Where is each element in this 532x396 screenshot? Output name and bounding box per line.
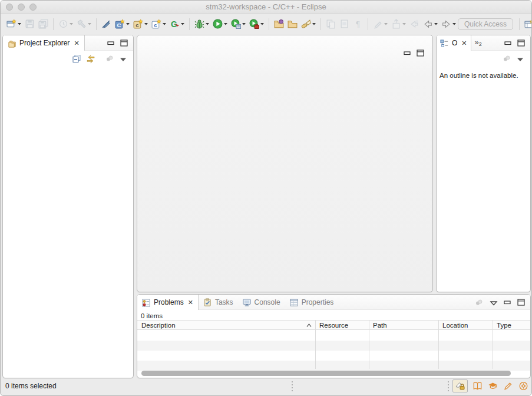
toolbar-separator	[320, 18, 321, 30]
dropdown-arrow-icon	[88, 22, 91, 25]
chevron-more-icon: »	[475, 38, 479, 47]
table-row[interactable]	[137, 331, 530, 341]
tutorials-button[interactable]	[487, 381, 498, 391]
view-menu-dots-icon[interactable]	[502, 54, 511, 63]
minimize-view-icon[interactable]	[504, 299, 511, 306]
hidden-tabs-indicator[interactable]: »2	[471, 35, 484, 50]
whats-new-button[interactable]	[517, 381, 529, 391]
collapse-all-icon[interactable]	[72, 54, 81, 63]
folder-purple-icon	[274, 19, 284, 29]
new-c-project-icon: C	[115, 19, 125, 29]
run-button[interactable]	[211, 16, 229, 32]
tab-project-explorer[interactable]: Project Explorer ✕	[3, 35, 85, 51]
save-button	[23, 16, 37, 32]
link-with-editor-icon[interactable]	[86, 54, 95, 63]
search-button[interactable]	[299, 16, 318, 32]
bug-icon	[194, 19, 204, 29]
dropdown-arrow-icon[interactable]	[452, 22, 456, 25]
view-menu-chevron-icon[interactable]	[490, 298, 498, 306]
close-icon[interactable]: ✕	[188, 299, 193, 306]
dropdown-arrow-icon[interactable]	[242, 22, 246, 25]
main-toolbar: C c c G	[1, 14, 531, 34]
open-perspective-icon	[524, 19, 532, 29]
run-configurations-button[interactable]	[229, 16, 247, 32]
new-source-file-button[interactable]: c	[150, 16, 168, 32]
dropdown-arrow-icon[interactable]	[163, 22, 166, 25]
build-button	[75, 16, 93, 32]
dropdown-arrow-icon[interactable]	[206, 22, 209, 25]
dropdown-arrow-icon[interactable]	[181, 22, 184, 25]
tab-properties[interactable]: Properties	[285, 295, 339, 309]
green-g-button[interactable]: G	[168, 16, 186, 32]
dropdown-arrow-icon[interactable]	[312, 22, 316, 25]
project-explorer-tree[interactable]	[3, 66, 133, 378]
column-divider[interactable]	[438, 320, 439, 369]
tab-tasks[interactable]: Tasks	[199, 295, 238, 309]
minimize-view-icon[interactable]	[107, 39, 115, 47]
minimize-view-icon[interactable]	[404, 50, 411, 57]
column-header-description[interactable]: Description	[137, 321, 176, 331]
dropdown-arrow-icon	[70, 22, 73, 25]
maximize-view-icon[interactable]	[517, 299, 525, 306]
editor-area[interactable]	[137, 35, 433, 292]
trim-drag-handle[interactable]	[448, 381, 449, 391]
samples-button[interactable]	[502, 381, 514, 391]
toolbar-separator	[189, 18, 190, 30]
pencil-icon	[503, 381, 513, 391]
view-menu-dots-icon[interactable]	[105, 54, 114, 63]
view-menu-chevron-icon[interactable]	[516, 54, 524, 62]
tab-console[interactable]: Console	[238, 295, 285, 309]
column-divider[interactable]	[315, 320, 316, 369]
problems-table-header: Description Resource Path Location Type	[137, 320, 530, 330]
open-perspective-button[interactable]	[523, 16, 532, 32]
column-header-location[interactable]: Location	[438, 321, 468, 331]
column-divider[interactable]	[493, 320, 493, 369]
maximize-view-icon[interactable]	[517, 39, 525, 47]
column-divider[interactable]	[369, 320, 369, 369]
quick-access-input[interactable]	[458, 18, 513, 30]
horizontal-scrollbar-thumb[interactable]	[141, 371, 511, 376]
dropdown-arrow-icon[interactable]	[144, 22, 148, 25]
minimize-view-icon[interactable]	[504, 39, 512, 47]
go-to-workbench-button[interactable]	[452, 380, 468, 392]
mark-occurrences-button[interactable]	[100, 16, 113, 32]
maximize-view-icon[interactable]	[417, 50, 424, 57]
trim-drag-handle[interactable]	[292, 381, 293, 391]
dropdown-arrow-icon[interactable]	[434, 22, 438, 25]
open-folder-button[interactable]	[286, 16, 299, 32]
column-header-path[interactable]: Path	[369, 321, 387, 331]
view-menu-chevron-icon[interactable]	[119, 54, 127, 62]
close-icon[interactable]: ✕	[74, 40, 79, 47]
debug-button[interactable]	[193, 16, 211, 32]
run-toolbox-icon	[249, 19, 259, 29]
pen-icon	[373, 19, 383, 29]
maximize-view-icon[interactable]	[120, 39, 128, 47]
dropdown-arrow-icon[interactable]	[224, 22, 227, 25]
tab-label: Properties	[302, 298, 334, 306]
external-tools-button[interactable]	[247, 16, 266, 32]
new-c-class-button[interactable]: c	[131, 16, 150, 32]
load-project-button[interactable]	[272, 16, 286, 32]
table-row[interactable]	[137, 341, 530, 351]
table-row[interactable]	[137, 361, 530, 371]
new-c-project-button[interactable]: C	[113, 16, 131, 32]
overview-button[interactable]	[471, 381, 483, 391]
tab-outline[interactable]: O ✕	[437, 35, 471, 51]
dropdown-arrow-icon[interactable]	[18, 22, 21, 25]
tab-problems[interactable]: Problems ✕	[137, 295, 199, 310]
forward-arrow-icon	[441, 19, 451, 29]
editor-window-buttons	[404, 50, 429, 57]
view-menu-dots-icon[interactable]	[474, 298, 484, 307]
new-wizard-icon	[6, 19, 16, 29]
close-icon[interactable]: ✕	[461, 40, 467, 47]
column-header-type[interactable]: Type	[493, 321, 511, 331]
column-header-resource[interactable]: Resource	[315, 321, 348, 331]
dropdown-arrow-icon[interactable]	[126, 22, 130, 25]
problems-panel: Problems ✕ Tasks Console Properties	[137, 294, 531, 378]
new-wizard-button[interactable]	[5, 16, 23, 32]
svg-text:¶: ¶	[356, 20, 360, 29]
dropdown-arrow-icon[interactable]	[260, 22, 264, 25]
back-button[interactable]	[421, 16, 440, 32]
forward-button[interactable]	[440, 16, 458, 32]
table-row[interactable]	[137, 351, 530, 361]
